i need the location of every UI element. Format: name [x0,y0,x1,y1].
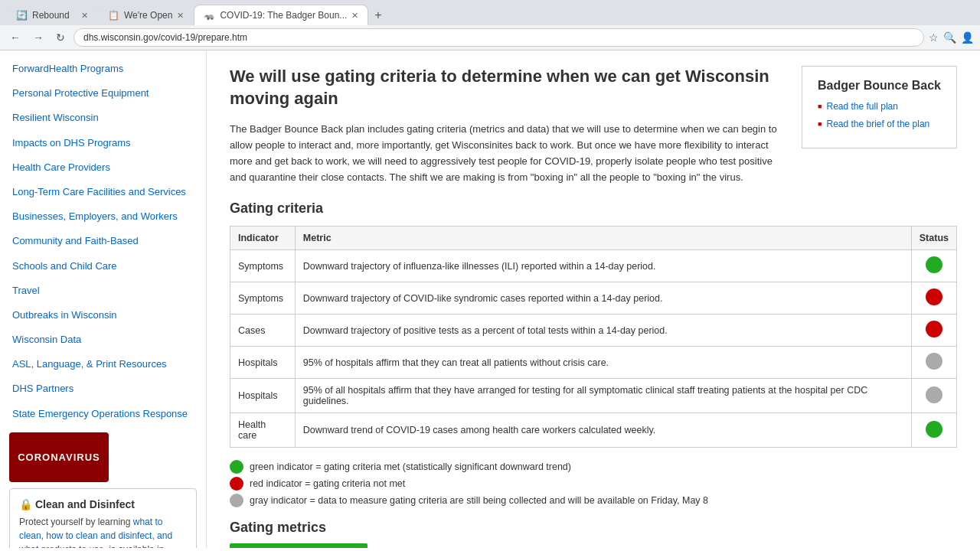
tab-favicon: 🦡 [204,10,215,21]
status-circle [926,256,942,273]
cell-status [911,282,956,315]
tab-label: We're Open [124,10,172,21]
extension-icon[interactable]: 🔍 [943,31,956,44]
sidebar: ForwardHealth Programs Personal Protecti… [0,51,207,548]
cell-indicator: Health care [230,413,296,448]
clean-card-title: 🔒 Clean and Disinfect [19,498,187,510]
forward-button[interactable]: → [29,30,47,45]
metrics-progress-bar [230,543,368,548]
cell-metric: Downward trend of COVID-19 cases among h… [295,413,911,448]
clean-disinfect-card: 🔒 Clean and Disinfect Protect yourself b… [9,488,197,548]
legend-circle [230,477,243,491]
tab-rebound[interactable]: 🔄 Rebound ✕ [6,5,98,25]
table-row: Hospitals95% of hospitals affirm that th… [230,347,957,379]
tab-favicon: 🔄 [16,10,28,21]
sidebar-item-travel[interactable]: Travel [0,279,206,303]
tab-label: Rebound [32,10,70,21]
cell-metric: Downward trajectory of COVID-like syndro… [295,282,911,315]
gating-table: Indicator Metric Status SymptomsDownward… [230,226,957,448]
sidebar-item-impacts[interactable]: Impacts on DHS Programs [0,131,206,155]
tab-bar: 🔄 Rebound ✕ 📋 We're Open ✕ 🦡 COVID-19: T… [0,0,980,25]
profile-icon[interactable]: 👤 [961,31,974,44]
cell-metric: 95% of hospitals affirm that they can tr… [295,347,911,379]
toolbar-icons: ☆ 🔍 👤 [929,31,974,44]
table-row: SymptomsDownward trajectory of influenza… [230,250,957,282]
sidebar-item-businesses[interactable]: Businesses, Employers, and Workers [0,204,206,229]
cell-status [911,347,956,379]
col-indicator: Indicator [230,227,296,250]
page-content: ForwardHealth Programs Personal Protecti… [0,51,980,548]
sidebar-item-schools[interactable]: Schools and Child Care [0,254,206,279]
sidebar-item-healthcare[interactable]: Health Care Providers [0,155,206,180]
cell-status [911,250,956,282]
cell-metric: 95% of all hospitals affirm that they ha… [295,379,911,413]
tab-covid[interactable]: 🦡 COVID-19: The Badger Boun... ✕ [194,5,368,25]
clean-card-text: Protect yourself by learning what to cle… [19,515,187,548]
legend-circle [230,460,243,474]
sidebar-item-longterm[interactable]: Long-Term Care Facilities and Services [0,180,206,204]
gating-criteria-heading: Gating criteria [230,201,957,217]
sidebar-item-ppe[interactable]: Personal Protective Equipment [0,81,206,106]
legend-circle [230,494,243,507]
sidebar-item-community[interactable]: Community and Faith-Based [0,229,206,253]
reload-button[interactable]: ↻ [52,30,69,45]
cell-status [911,379,956,413]
coronavirus-label: CORONAVIRUS [18,452,100,463]
cell-indicator: Hospitals [230,347,296,379]
legend-label: red indicator = gating criteria not met [250,478,405,489]
close-tab-icon[interactable]: ✕ [177,11,184,21]
table-row: CasesDownward trajectory of positive tes… [230,315,957,347]
table-row: Health careDownward trend of COVID-19 ca… [230,413,957,448]
table-row: Hospitals95% of all hospitals affirm tha… [230,379,957,413]
sidebar-item-resilient[interactable]: Resilient Wisconsin [0,106,206,130]
legend-item: green indicator = gating criteria met (s… [230,460,957,474]
status-circle [926,386,942,403]
address-bar: ← → ↻ ☆ 🔍 👤 [0,25,980,50]
cell-indicator: Hospitals [230,379,296,413]
legend-label: gray indicator = data to measure gating … [250,495,708,506]
cell-indicator: Symptoms [230,250,296,282]
status-circle [926,289,942,305]
tab-favicon: 📋 [108,10,119,21]
close-tab-icon[interactable]: ✕ [351,11,358,21]
badger-full-plan-link[interactable]: Read the full plan [818,100,941,113]
bookmark-icon[interactable]: ☆ [929,31,939,44]
sidebar-item-forwardhealth[interactable]: ForwardHealth Programs [0,57,206,81]
cell-indicator: Symptoms [230,282,296,315]
status-circle [926,353,942,370]
lock-icon: 🔒 [19,498,32,510]
cell-status [911,413,956,448]
tab-label: COVID-19: The Badger Boun... [220,10,347,21]
badger-brief-link[interactable]: Read the brief of the plan [818,118,941,131]
url-input[interactable] [74,28,924,47]
new-tab-button[interactable]: + [368,5,387,25]
status-circle [926,321,942,337]
legend-label: green indicator = gating criteria met (s… [250,461,571,472]
status-circle [926,421,942,438]
table-row: SymptomsDownward trajectory of COVID-lik… [230,282,957,315]
main-content: Badger Bounce Back Read the full plan Re… [207,51,980,548]
cell-indicator: Cases [230,315,296,347]
close-tab-icon[interactable]: ✕ [81,11,88,21]
sidebar-item-dhspartners[interactable]: DHS Partners [0,377,206,401]
cell-metric: Downward trajectory of positive tests as… [295,315,911,347]
sidebar-item-wisdata[interactable]: Wisconsin Data [0,328,206,352]
gating-metrics-heading: Gating metrics [230,520,957,536]
legend-item: gray indicator = data to measure gating … [230,494,957,507]
col-status: Status [911,227,956,250]
cell-status [911,315,956,347]
legend-item: red indicator = gating criteria not met [230,477,957,491]
clean-link[interactable]: what to clean, how to clean and disinfec… [19,517,172,548]
browser-chrome: 🔄 Rebound ✕ 📋 We're Open ✕ 🦡 COVID-19: T… [0,0,980,51]
col-metric: Metric [295,227,911,250]
tab-weopen[interactable]: 📋 We're Open ✕ [98,5,194,25]
coronavirus-image: CORONAVIRUS [9,432,109,482]
legend: green indicator = gating criteria met (s… [230,460,957,507]
badger-bounce-back-box: Badger Bounce Back Read the full plan Re… [802,66,957,148]
back-button[interactable]: ← [6,30,24,45]
badger-box-title: Badger Bounce Back [818,79,941,93]
cell-metric: Downward trajectory of influenza-like il… [295,250,911,282]
sidebar-item-outbreaks[interactable]: Outbreaks in Wisconsin [0,303,206,328]
sidebar-item-emergency[interactable]: State Emergency Operations Response [0,402,206,426]
sidebar-item-asl[interactable]: ASL, Language, & Print Resources [0,352,206,377]
